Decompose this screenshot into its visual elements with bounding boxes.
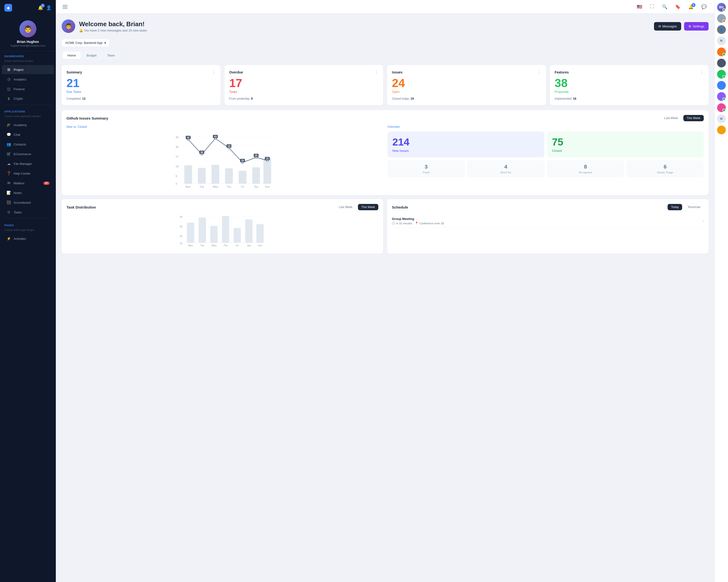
new-issues-label: New Issues <box>392 149 540 153</box>
time-icon: 🕐 <box>392 222 395 225</box>
tab-team[interactable]: Team <box>102 52 120 59</box>
svg-text:43: 43 <box>214 135 217 138</box>
task-this-week-toggle[interactable]: This Week <box>358 204 378 210</box>
welcome-bar: 👨 Welcome back, Brian! 🔔 You have 2 new … <box>62 20 709 33</box>
notifications-button[interactable]: 🔔 3 <box>38 5 43 10</box>
svg-text:Tue: Tue <box>200 244 204 247</box>
sidebar-item-mailbox[interactable]: ✉ Mailbox 27 <box>2 178 54 188</box>
sidebar-top: ◆ 🔔 3 👤 <box>0 0 56 16</box>
sidebar-top-icons: 🔔 3 👤 <box>38 5 51 10</box>
bell-icon: 🔔 <box>79 29 83 32</box>
overdue-menu[interactable]: ⋮ <box>374 70 378 75</box>
features-menu[interactable]: ⋮ <box>700 70 704 75</box>
chat-icon: 💬 <box>6 132 11 137</box>
flag-button[interactable]: 🇺🇸 <box>635 3 644 10</box>
sidebar-item-label: Mailbox <box>14 182 41 185</box>
svg-rect-14 <box>212 165 219 184</box>
sidebar-item-analytics[interactable]: ◷ Analytics <box>2 75 54 84</box>
user-section: 👨 Brian Hughes hughes.brian@company.com <box>0 16 56 51</box>
bottom-row: Task Distribution Last Week This Week 40… <box>62 199 709 254</box>
messages-button[interactable]: 💬 <box>699 3 709 10</box>
pages-label: PAGES <box>0 220 56 228</box>
chevron-icon: › <box>49 153 50 156</box>
sidebar-item-help-center[interactable]: ❓ Help Center › <box>2 169 54 178</box>
right-avatar-10[interactable] <box>717 103 726 112</box>
sidebar-item-finance[interactable]: ◫ Finance <box>2 84 54 93</box>
issues-menu[interactable]: ⋮ <box>537 70 541 75</box>
mailbox-icon: ✉ <box>6 181 11 185</box>
scrumboard-icon: ⬛ <box>6 200 11 205</box>
tab-bar: Home Budget Team <box>62 51 121 60</box>
svg-rect-16 <box>239 171 246 184</box>
app-logo[interactable]: ◆ <box>4 4 12 11</box>
sidebar-item-crypto[interactable]: $ Crypto <box>2 94 54 103</box>
task-distribution-card: Task Distribution Last Week This Week 40… <box>62 199 383 254</box>
svg-text:Mon: Mon <box>186 185 191 188</box>
svg-text:0: 0 <box>176 182 177 185</box>
sidebar-item-contacts[interactable]: 👥 Contacts <box>2 140 54 149</box>
issues-footer: Closed today: 19 <box>392 97 541 101</box>
svg-text:Sat: Sat <box>254 185 258 188</box>
right-avatar-6[interactable] <box>717 59 726 67</box>
sidebar-item-ecommerce[interactable]: 🛒 ECommerce › <box>2 149 54 159</box>
task-last-week-toggle[interactable]: Last Week <box>335 204 356 210</box>
right-avatar-4[interactable]: M <box>717 36 726 45</box>
right-avatar-2[interactable] <box>717 14 726 23</box>
sidebar-item-notes[interactable]: 📝 Notes <box>2 188 54 197</box>
right-avatar-9[interactable] <box>717 92 726 101</box>
sidebar-item-project[interactable]: ⊞ Project <box>2 65 54 74</box>
project-icon: ⊞ <box>6 67 11 72</box>
fullscreen-button[interactable]: ⛶ <box>648 3 656 10</box>
summary-menu[interactable]: ⋮ <box>212 70 216 75</box>
sidebar-item-file-manager[interactable]: ☁ File Manager <box>2 159 54 168</box>
right-avatar-8[interactable] <box>717 81 726 90</box>
sidebar-item-tasks[interactable]: ⊙ Tasks <box>2 207 54 217</box>
right-avatar-5[interactable] <box>717 48 726 56</box>
event-chevron[interactable]: › <box>703 219 704 223</box>
tomorrow-toggle[interactable]: Tomorrow <box>684 204 704 210</box>
sidebar-item-chat[interactable]: 💬 Chat <box>2 130 54 139</box>
settings-button[interactable]: ⚙ Settings <box>684 22 709 31</box>
notifications-button[interactable]: 🔔 5 <box>686 3 696 10</box>
issues-label: Open <box>392 90 541 93</box>
hamburger-menu[interactable] <box>62 4 69 9</box>
welcome-subtext: 🔔 You have 2 new messages and 15 new tas… <box>79 29 147 32</box>
divider <box>4 105 52 105</box>
reopened-label: Re-opened <box>550 171 621 174</box>
right-avatar-11[interactable]: M <box>717 114 726 123</box>
svg-text:Mon: Mon <box>188 244 193 247</box>
closed-issues-card: 75 Closed <box>547 132 704 157</box>
tab-home[interactable]: Home <box>62 52 81 59</box>
messages-button[interactable]: ✉ Messages <box>654 22 681 31</box>
this-week-toggle[interactable]: This Week <box>683 115 704 121</box>
right-avatar-3[interactable]: 👤 <box>717 25 726 34</box>
features-title: Features <box>555 70 569 74</box>
svg-text:Fri: Fri <box>241 185 244 188</box>
right-avatar-7[interactable] <box>717 70 726 79</box>
closed-issues-label: Closed <box>552 149 699 153</box>
tab-budget[interactable]: Budget <box>82 52 101 59</box>
sidebar-item-academy[interactable]: 🎓 Academy <box>2 120 54 130</box>
topbar: 🇺🇸 ⛶ 🔍 🔖 🔔 5 💬 <box>56 0 714 13</box>
welcome-greeting: Welcome back, Brian! <box>79 20 147 28</box>
bookmark-button[interactable]: 🔖 <box>673 3 682 10</box>
dashboards-sub: Unique dashboard designs <box>0 59 56 65</box>
right-avatar-12[interactable] <box>717 126 726 134</box>
search-button[interactable]: 🔍 <box>660 3 669 10</box>
svg-text:Sat: Sat <box>247 244 251 247</box>
sidebar-item-label: ECommerce <box>14 152 46 156</box>
svg-text:34: 34 <box>228 145 231 147</box>
right-avatar-1[interactable]: BH <box>717 3 726 11</box>
wont-fix-number: 4 <box>470 164 541 170</box>
today-toggle[interactable]: Today <box>668 204 682 210</box>
ecommerce-icon: 🛒 <box>6 152 11 156</box>
last-week-toggle[interactable]: Last Week <box>661 115 681 121</box>
sidebar-item-scrumboard[interactable]: ⬛ Scrumboard <box>2 198 54 207</box>
user-profile-button[interactable]: 👤 <box>46 5 51 10</box>
schedule-event: Group Meeting 🕐 in 32 minutes 📍 Conferen… <box>392 214 704 228</box>
project-dropdown[interactable]: ACME Corp. Backend App ▾ <box>62 39 110 47</box>
sidebar-item-activities[interactable]: ⚡ Activities <box>2 234 54 243</box>
overview-title: Overview <box>388 125 704 129</box>
svg-rect-58 <box>222 216 229 243</box>
fixed-card: 3 Fixed <box>388 160 465 177</box>
